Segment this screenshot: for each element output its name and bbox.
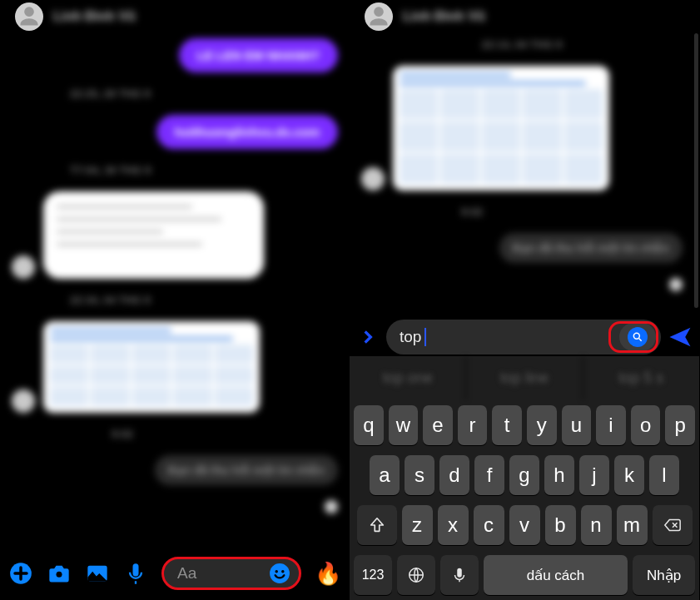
chat-scroll[interactable]: LE LEN EM NHANH? 22:25, 28 THG 9 hoithuo…	[0, 33, 350, 518]
ios-keyboard: top one top line top 5 s qwertyuiop asdf…	[350, 356, 699, 600]
letter-key-o[interactable]: o	[631, 405, 661, 445]
letter-key-v[interactable]: v	[509, 505, 540, 545]
sent-bubble-link[interactable]: hoithuonglinhvu.ds.com	[156, 115, 338, 149]
letter-key-p[interactable]: p	[665, 405, 695, 445]
letter-key-r[interactable]: r	[458, 405, 488, 445]
received-bubble-image[interactable]	[43, 321, 260, 413]
svg-point-6	[633, 333, 639, 339]
svg-point-3	[270, 563, 290, 583]
letter-key-l[interactable]: l	[649, 455, 679, 495]
chat-username[interactable]: Linh Đình Vũ	[403, 9, 485, 24]
sender-avatar[interactable]	[12, 255, 35, 279]
chat-timestamp: 22:34, 04 THG 9	[12, 294, 338, 306]
text-cursor	[424, 328, 426, 346]
keyboard-suggestion-bar: top one top line top 5 s	[350, 356, 699, 400]
received-bubble-card[interactable]	[43, 191, 264, 279]
message-input[interactable]: top	[386, 320, 661, 355]
photo-icon[interactable]	[85, 561, 110, 586]
chat-timestamp: 22:14, 04 THG 9	[361, 38, 683, 51]
suggestion-item[interactable]: top 5 s	[583, 356, 699, 400]
suggestion-item[interactable]: top line	[466, 356, 583, 400]
backspace-key[interactable]	[653, 505, 693, 545]
composer-toolbar: Aa 🔥	[0, 555, 350, 592]
chat-scroll[interactable]: 22:14, 04 THG 9 9:02 Bạn đã thu hồi một …	[350, 33, 694, 312]
suggestion-item[interactable]: top one	[350, 356, 466, 400]
microphone-icon[interactable]	[123, 561, 148, 586]
space-key[interactable]: dấu cách	[484, 555, 628, 595]
letter-key-z[interactable]: z	[402, 505, 433, 545]
magnifier-icon	[628, 327, 648, 347]
recalled-message-note: Bạn đã thu hồi một tin nhắn	[499, 233, 683, 263]
composer-row: top	[350, 318, 699, 356]
globe-key[interactable]	[397, 555, 435, 595]
letter-key-a[interactable]: a	[370, 455, 400, 495]
letter-key-t[interactable]: t	[492, 405, 522, 445]
numeric-key[interactable]: 123	[354, 555, 392, 595]
emoji-icon[interactable]	[269, 563, 290, 584]
letter-key-i[interactable]: i	[596, 405, 626, 445]
letter-key-u[interactable]: u	[562, 405, 592, 445]
message-input-value: top	[400, 328, 421, 346]
fire-reaction-icon[interactable]: 🔥	[315, 561, 341, 587]
letter-key-w[interactable]: w	[389, 405, 419, 445]
letter-key-n[interactable]: n	[581, 505, 612, 545]
letter-key-h[interactable]: h	[544, 455, 574, 495]
expand-chevron-icon[interactable]	[356, 329, 380, 345]
keyboard-row: 123 dấu cách Nhập	[350, 550, 699, 600]
read-indicator	[325, 500, 338, 513]
letter-key-x[interactable]: x	[438, 505, 469, 545]
chat-timestamp: T7:04, 30 THG 9	[12, 164, 338, 176]
svg-point-1	[57, 572, 62, 578]
screenshot-left: Linh Đình Vũ LE LEN EM NHANH? 22:25, 28 …	[0, 0, 350, 600]
letter-key-b[interactable]: b	[545, 505, 576, 545]
chat-timestamp: 22:25, 28 THG 9	[12, 87, 338, 100]
chat-username[interactable]: Linh Đình Vũ	[53, 9, 136, 24]
letter-key-s[interactable]: s	[405, 455, 434, 495]
svg-point-4	[275, 570, 277, 573]
sender-avatar[interactable]	[12, 389, 35, 413]
gif-search-button[interactable]	[619, 323, 656, 351]
keyboard-row: qwertyuiop	[350, 400, 699, 450]
chat-header: Linh Đình Vũ	[0, 0, 350, 33]
received-bubble-image[interactable]	[393, 66, 609, 191]
svg-point-5	[281, 570, 284, 573]
letter-key-g[interactable]: g	[509, 455, 539, 495]
shift-key[interactable]	[357, 505, 397, 545]
send-button[interactable]	[668, 325, 693, 350]
letter-key-f[interactable]: f	[474, 455, 504, 495]
read-indicator	[669, 278, 683, 291]
letter-key-m[interactable]: m	[617, 505, 648, 545]
screenshot-right: Linh Đình Vũ 22:14, 04 THG 9 9:02 Bạn đã…	[350, 0, 700, 600]
letter-key-c[interactable]: c	[474, 505, 504, 545]
letter-key-e[interactable]: e	[423, 405, 453, 445]
recalled-message-note: Bạn đã thu hồi một tin nhắn	[155, 455, 338, 485]
user-avatar[interactable]	[365, 2, 393, 31]
keyboard-row: asdfghjkl	[350, 450, 699, 500]
scrollbar[interactable]	[694, 33, 698, 308]
svg-rect-8	[457, 568, 462, 578]
sender-avatar[interactable]	[361, 167, 385, 191]
message-input-highlighted[interactable]: Aa	[161, 557, 301, 590]
sent-bubble-text: LE LEN EM NHANH?	[179, 38, 339, 72]
chat-timestamp: 9:02	[12, 428, 338, 440]
chat-header: Linh Đình Vũ	[350, 0, 699, 33]
message-input-placeholder: Aa	[177, 564, 196, 583]
camera-icon[interactable]	[47, 561, 72, 586]
letter-key-j[interactable]: j	[579, 455, 609, 495]
return-key[interactable]: Nhập	[633, 555, 695, 595]
keyboard-row: zxcvbnm	[350, 500, 699, 550]
chat-timestamp: 9:02	[361, 206, 683, 218]
letter-key-q[interactable]: q	[354, 405, 384, 445]
letter-key-y[interactable]: y	[527, 405, 557, 445]
plus-icon[interactable]	[8, 561, 33, 586]
dictation-key[interactable]	[440, 555, 479, 595]
letter-key-k[interactable]: k	[614, 455, 644, 495]
letter-key-d[interactable]: d	[439, 455, 469, 495]
user-avatar[interactable]	[15, 2, 43, 31]
